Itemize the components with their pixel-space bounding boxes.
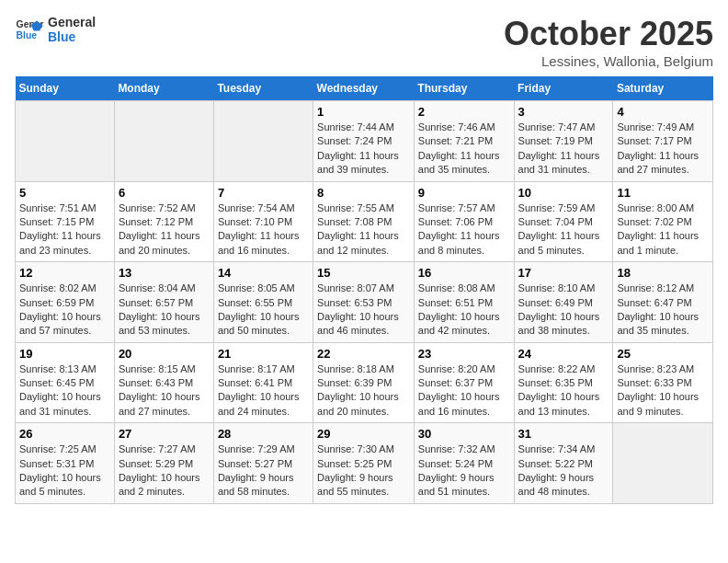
day-info: Sunrise: 8:17 AM Sunset: 6:41 PM Dayligh…	[218, 362, 309, 419]
day-number: 2	[418, 105, 510, 119]
logo-general: General	[48, 15, 96, 29]
day-cell: 23Sunrise: 8:20 AM Sunset: 6:37 PM Dayli…	[414, 342, 514, 423]
day-info: Sunrise: 8:23 AM Sunset: 6:33 PM Dayligh…	[617, 362, 709, 419]
day-number: 20	[119, 347, 210, 361]
day-number: 4	[617, 105, 709, 119]
day-info: Sunrise: 8:13 AM Sunset: 6:45 PM Dayligh…	[19, 362, 110, 419]
day-info: Sunrise: 7:27 AM Sunset: 5:29 PM Dayligh…	[119, 442, 210, 500]
day-cell: 19Sunrise: 8:13 AM Sunset: 6:45 PM Dayli…	[16, 342, 115, 423]
day-cell: 31Sunrise: 7:34 AM Sunset: 5:22 PM Dayli…	[514, 423, 613, 504]
day-cell: 30Sunrise: 7:32 AM Sunset: 5:24 PM Dayli…	[414, 423, 514, 504]
day-cell	[16, 101, 115, 182]
day-cell: 28Sunrise: 7:29 AM Sunset: 5:27 PM Dayli…	[213, 423, 313, 504]
day-info: Sunrise: 7:30 AM Sunset: 5:25 PM Dayligh…	[317, 442, 410, 500]
day-cell	[213, 101, 313, 182]
day-cell: 10Sunrise: 7:59 AM Sunset: 7:04 PM Dayli…	[514, 181, 613, 262]
day-number: 19	[19, 347, 110, 361]
day-cell: 20Sunrise: 8:15 AM Sunset: 6:43 PM Dayli…	[114, 342, 213, 423]
day-number: 16	[418, 266, 510, 280]
day-info: Sunrise: 7:59 AM Sunset: 7:04 PM Dayligh…	[518, 201, 609, 259]
svg-text:Blue: Blue	[17, 30, 38, 40]
day-info: Sunrise: 7:54 AM Sunset: 7:10 PM Dayligh…	[218, 201, 309, 259]
day-cell: 5Sunrise: 7:51 AM Sunset: 7:15 PM Daylig…	[16, 181, 115, 262]
day-info: Sunrise: 8:20 AM Sunset: 6:37 PM Dayligh…	[418, 362, 510, 419]
day-cell: 22Sunrise: 8:18 AM Sunset: 6:39 PM Dayli…	[313, 342, 415, 423]
day-number: 17	[518, 266, 609, 280]
day-header-friday: Friday	[514, 76, 613, 101]
day-cell: 29Sunrise: 7:30 AM Sunset: 5:25 PM Dayli…	[313, 423, 415, 504]
day-cell	[114, 101, 213, 182]
day-info: Sunrise: 7:46 AM Sunset: 7:21 PM Dayligh…	[418, 121, 510, 178]
day-number: 1	[317, 105, 410, 119]
day-info: Sunrise: 7:57 AM Sunset: 7:06 PM Dayligh…	[418, 201, 510, 259]
day-number: 18	[617, 266, 709, 280]
logo-icon: General Blue	[15, 15, 44, 44]
day-cell: 21Sunrise: 8:17 AM Sunset: 6:41 PM Dayli…	[213, 342, 313, 423]
day-cell: 26Sunrise: 7:25 AM Sunset: 5:31 PM Dayli…	[16, 423, 115, 504]
day-number: 31	[518, 427, 609, 441]
day-number: 29	[317, 427, 410, 441]
day-cell: 2Sunrise: 7:46 AM Sunset: 7:21 PM Daylig…	[414, 101, 514, 182]
day-info: Sunrise: 7:25 AM Sunset: 5:31 PM Dayligh…	[19, 442, 110, 500]
day-info: Sunrise: 7:29 AM Sunset: 5:27 PM Dayligh…	[218, 442, 309, 500]
day-number: 26	[19, 427, 110, 441]
day-info: Sunrise: 7:32 AM Sunset: 5:24 PM Dayligh…	[418, 442, 510, 500]
day-number: 8	[317, 186, 410, 200]
day-number: 7	[218, 186, 309, 200]
day-cell: 16Sunrise: 8:08 AM Sunset: 6:51 PM Dayli…	[414, 262, 514, 343]
day-info: Sunrise: 8:00 AM Sunset: 7:02 PM Dayligh…	[617, 201, 709, 259]
day-info: Sunrise: 7:47 AM Sunset: 7:19 PM Dayligh…	[518, 121, 609, 178]
day-number: 24	[518, 347, 609, 361]
day-info: Sunrise: 8:02 AM Sunset: 6:59 PM Dayligh…	[19, 282, 110, 339]
day-number: 11	[617, 186, 709, 200]
day-cell: 7Sunrise: 7:54 AM Sunset: 7:10 PM Daylig…	[213, 181, 313, 262]
day-cell: 17Sunrise: 8:10 AM Sunset: 6:49 PM Dayli…	[514, 262, 613, 343]
header-row: SundayMondayTuesdayWednesdayThursdayFrid…	[16, 76, 713, 101]
day-number: 23	[418, 347, 510, 361]
calendar-table: SundayMondayTuesdayWednesdayThursdayFrid…	[15, 76, 713, 504]
day-cell: 9Sunrise: 7:57 AM Sunset: 7:06 PM Daylig…	[414, 181, 514, 262]
day-info: Sunrise: 8:18 AM Sunset: 6:39 PM Dayligh…	[317, 362, 410, 419]
day-cell: 25Sunrise: 8:23 AM Sunset: 6:33 PM Dayli…	[613, 342, 713, 423]
day-cell: 27Sunrise: 7:27 AM Sunset: 5:29 PM Dayli…	[114, 423, 213, 504]
day-cell: 18Sunrise: 8:12 AM Sunset: 6:47 PM Dayli…	[613, 262, 713, 343]
day-cell	[613, 423, 713, 504]
day-number: 6	[119, 186, 210, 200]
day-info: Sunrise: 7:51 AM Sunset: 7:15 PM Dayligh…	[19, 201, 110, 259]
day-number: 22	[317, 347, 410, 361]
week-row-1: 1Sunrise: 7:44 AM Sunset: 7:24 PM Daylig…	[16, 101, 713, 182]
day-number: 3	[518, 105, 609, 119]
day-header-thursday: Thursday	[414, 76, 514, 101]
week-row-2: 5Sunrise: 7:51 AM Sunset: 7:15 PM Daylig…	[16, 181, 713, 262]
day-info: Sunrise: 7:44 AM Sunset: 7:24 PM Dayligh…	[317, 121, 410, 178]
day-info: Sunrise: 7:49 AM Sunset: 7:17 PM Dayligh…	[617, 121, 709, 178]
week-row-5: 26Sunrise: 7:25 AM Sunset: 5:31 PM Dayli…	[16, 423, 713, 504]
title-block: October 2025 Lessines, Wallonia, Belgium	[504, 15, 713, 69]
day-number: 9	[418, 186, 510, 200]
day-number: 10	[518, 186, 609, 200]
day-number: 30	[418, 427, 510, 441]
day-header-sunday: Sunday	[16, 76, 115, 101]
day-info: Sunrise: 7:52 AM Sunset: 7:12 PM Dayligh…	[119, 201, 210, 259]
day-cell: 24Sunrise: 8:22 AM Sunset: 6:35 PM Dayli…	[514, 342, 613, 423]
logo: General Blue General Blue	[15, 15, 96, 44]
day-header-monday: Monday	[114, 76, 213, 101]
day-number: 21	[218, 347, 309, 361]
day-number: 27	[119, 427, 210, 441]
day-header-saturday: Saturday	[613, 76, 713, 101]
day-number: 14	[218, 266, 309, 280]
day-number: 13	[119, 266, 210, 280]
day-cell: 12Sunrise: 8:02 AM Sunset: 6:59 PM Dayli…	[16, 262, 115, 343]
day-number: 25	[617, 347, 709, 361]
day-number: 5	[19, 186, 110, 200]
day-number: 28	[218, 427, 309, 441]
day-number: 15	[317, 266, 410, 280]
day-cell: 6Sunrise: 7:52 AM Sunset: 7:12 PM Daylig…	[114, 181, 213, 262]
day-cell: 11Sunrise: 8:00 AM Sunset: 7:02 PM Dayli…	[613, 181, 713, 262]
day-header-wednesday: Wednesday	[313, 76, 415, 101]
month-title: October 2025	[504, 15, 713, 53]
day-cell: 15Sunrise: 8:07 AM Sunset: 6:53 PM Dayli…	[313, 262, 415, 343]
day-info: Sunrise: 8:05 AM Sunset: 6:55 PM Dayligh…	[218, 282, 309, 339]
day-info: Sunrise: 8:10 AM Sunset: 6:49 PM Dayligh…	[518, 282, 609, 339]
page-header: General Blue General Blue October 2025 L…	[15, 15, 713, 69]
